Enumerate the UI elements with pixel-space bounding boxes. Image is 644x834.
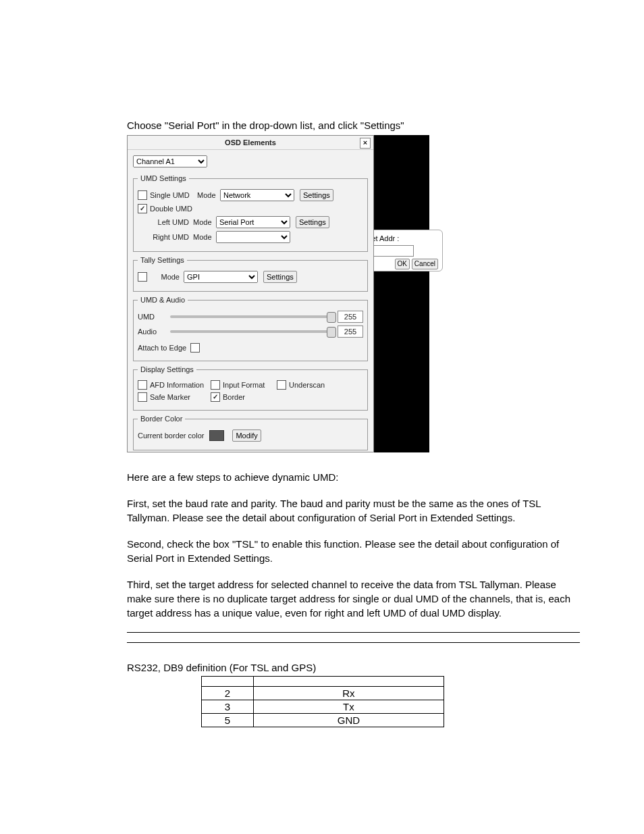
close-icon[interactable]: × [360, 138, 371, 149]
safemarker-checkbox[interactable] [138, 392, 147, 402]
audio-slider[interactable] [170, 330, 332, 333]
display-settings-group: Display Settings AFD Information Input F… [133, 365, 368, 411]
left-umd-settings-button[interactable]: Settings [296, 216, 329, 228]
afd-checkbox[interactable] [138, 380, 147, 390]
single-umd-settings-button[interactable]: Settings [300, 189, 333, 201]
umd-settings-group: UMD Settings Single UMD Mode Network Set… [133, 174, 368, 252]
umd-audio-legend: UMD & Audio [138, 296, 188, 304]
umd-legend: UMD Settings [138, 174, 189, 182]
border-color-group: Border Color Current border color Modify [133, 415, 368, 450]
double-umd-label: Double UMD [150, 205, 192, 213]
inputformat-label: Input Format [223, 381, 277, 389]
tally-checkbox[interactable] [138, 272, 147, 282]
double-umd-checkbox[interactable] [138, 204, 147, 213]
tally-mode-select[interactable]: GPI [184, 271, 258, 283]
paragraph-here: Here are a few steps to achieve dynamic … [127, 470, 580, 484]
border-color-swatch [209, 430, 224, 441]
border-checkbox[interactable] [211, 392, 220, 402]
section-divider [127, 632, 580, 643]
paragraph-first: First, set the baud rate and parity. The… [127, 496, 580, 525]
afd-label: AFD Information [150, 381, 211, 389]
right-umd-label: Right UMD [149, 233, 193, 241]
umd-audio-group: UMD & Audio UMD 255 Audio 255 Attach to … [133, 296, 368, 361]
rs232-title: RS232, DB9 definition (For TSL and GPS) [127, 662, 580, 673]
dialog-titlebar: OSD Elements × [128, 136, 373, 150]
pin-table: 2Rx 3Tx 5GND [201, 676, 444, 727]
display-legend: Display Settings [138, 365, 196, 373]
border-label: Border [223, 393, 245, 401]
single-umd-checkbox[interactable] [138, 190, 147, 200]
ok-button[interactable]: OK [395, 259, 410, 269]
table-row: 3Tx [202, 700, 444, 714]
left-umd-label: Left UMD [149, 218, 193, 226]
audio-slider-label: Audio [138, 328, 165, 336]
underscan-label: Underscan [289, 381, 325, 389]
tally-mode-label: Mode [150, 273, 184, 281]
tally-legend: Tally Settings [138, 256, 187, 264]
table-header-row [202, 677, 444, 687]
right-umd-mode-select[interactable] [216, 231, 290, 243]
mode-label-3: Mode [193, 233, 216, 241]
umd-slider[interactable] [170, 315, 332, 318]
tally-settings-group: Tally Settings Mode GPI Settings [133, 256, 368, 292]
mode-label-1: Mode [197, 191, 220, 199]
table-row: 5GND [202, 714, 444, 727]
intro-text: Choose "Serial Port" in the drop-down li… [127, 119, 580, 132]
audio-value: 255 [338, 325, 363, 338]
underscan-checkbox[interactable] [277, 380, 286, 390]
border-color-legend: Border Color [138, 415, 185, 423]
umd-value: 255 [338, 311, 363, 323]
tally-settings-button[interactable]: Settings [263, 271, 297, 283]
current-border-label: Current border color [138, 432, 204, 440]
attach-edge-label: Attach to Edge [138, 344, 186, 352]
paragraph-second: Second, check the box "TSL" to enable th… [127, 537, 580, 565]
attach-edge-checkbox[interactable] [190, 343, 200, 353]
single-umd-mode-select[interactable]: Network [220, 189, 294, 201]
screenshot-container: Target Addr : OK Cancel OSD Elements × C… [127, 135, 429, 452]
slider-thumb[interactable] [327, 312, 336, 323]
single-umd-label: Single UMD [150, 191, 197, 199]
dialog-title: OSD Elements [225, 138, 276, 147]
slider-thumb[interactable] [327, 327, 336, 338]
paragraph-third: Third, set the target address for select… [127, 577, 580, 620]
safemarker-label: Safe Marker [150, 393, 211, 401]
umd-slider-label: UMD [138, 313, 165, 321]
left-umd-mode-select[interactable]: Serial Port [216, 216, 290, 228]
inputformat-checkbox[interactable] [211, 380, 220, 390]
mode-label-2: Mode [193, 218, 216, 226]
cancel-button[interactable]: Cancel [412, 259, 438, 269]
osd-elements-dialog: OSD Elements × Channel A1 UMD Settings S… [127, 135, 374, 452]
modify-button[interactable]: Modify [232, 429, 261, 442]
table-row: 2Rx [202, 687, 444, 700]
channel-select[interactable]: Channel A1 [133, 155, 207, 167]
